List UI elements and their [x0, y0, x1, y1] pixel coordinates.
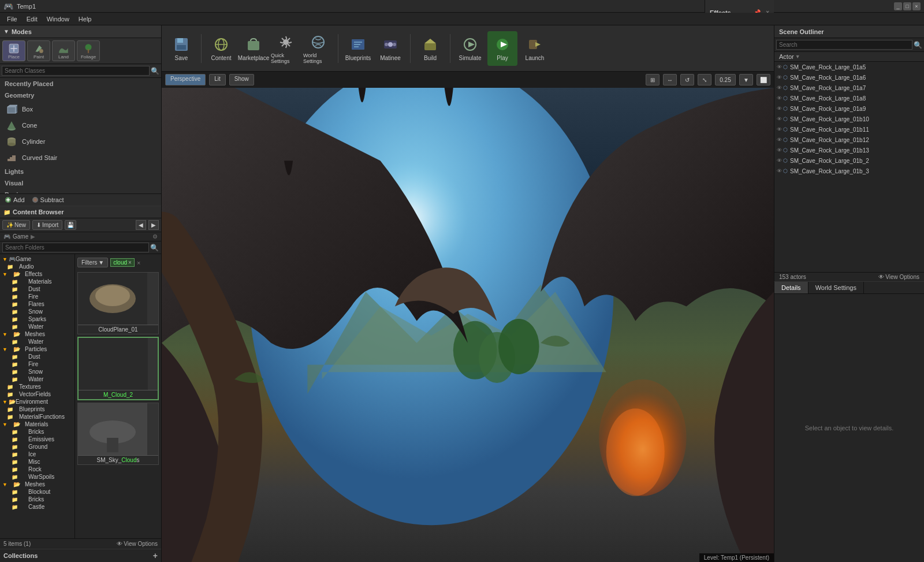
folder-warspoils[interactable]: 📁WarSpoils	[0, 473, 74, 481]
details-tab-details[interactable]: Details	[774, 282, 808, 293]
folder-meshes-game[interactable]: ▼📂Meshes	[0, 330, 74, 338]
folder-fire-eff[interactable]: 📁Fire	[0, 293, 74, 300]
lit-button[interactable]: Lit	[209, 74, 226, 85]
perspective-button[interactable]: Perspective	[165, 74, 206, 85]
details-tab-world-settings[interactable]: World Settings	[808, 282, 864, 293]
folder-snow-eff[interactable]: 📁Snow	[0, 308, 74, 315]
folder-bricks-mat[interactable]: 📁Bricks	[0, 428, 74, 436]
outliner-item-4[interactable]: 👁 ⬡ SM_Cave_Rock_Large_01a9	[774, 103, 924, 114]
simulate-button[interactable]: Simulate	[455, 31, 485, 66]
viewport-icon-btn-3[interactable]: ↺	[680, 74, 694, 85]
placement-cylinder[interactable]: Cylinder	[0, 133, 161, 150]
build-button[interactable]: Build	[415, 31, 445, 66]
menu-file[interactable]: File	[2, 13, 22, 25]
asset-cloudplane[interactable]: CloudPlane_01	[77, 272, 159, 334]
visual-label[interactable]: Visual	[0, 177, 161, 189]
view-options[interactable]: 👁 View Options	[117, 541, 158, 547]
folder-flares[interactable]: 📁Flares	[0, 300, 74, 308]
save-all-button[interactable]: 💾	[65, 220, 76, 230]
folder-game[interactable]: ▼🎮Game	[0, 255, 74, 263]
outliner-search-input[interactable]	[776, 40, 912, 50]
outliner-view-options[interactable]: 👁 View Options	[878, 274, 919, 280]
menu-window[interactable]: Window	[42, 13, 74, 25]
collections-add-button[interactable]: +	[153, 551, 158, 560]
matinee-button[interactable]: Matinee	[375, 31, 405, 66]
menu-edit[interactable]: Edit	[22, 13, 42, 25]
search-tag-cloud[interactable]: cloud ×	[110, 258, 135, 267]
actor-filter-label[interactable]: Actor	[779, 53, 794, 60]
folders-search-input[interactable]	[2, 243, 149, 252]
window-controls[interactable]: _ □ ×	[894, 2, 921, 10]
asset-mcloud2[interactable]: M_Cloud_2	[77, 337, 159, 400]
folder-water-par[interactable]: 📁Water	[0, 375, 74, 383]
outliner-item-5[interactable]: 👁 ⬡ SM_Cave_Rock_Large_01b10	[774, 114, 924, 124]
mode-landscape[interactable]: Land	[52, 40, 75, 61]
minimize-button[interactable]: _	[894, 2, 902, 10]
viewport-icon-btn-2[interactable]: ↔	[663, 74, 677, 85]
cb-options-btn[interactable]: ⚙	[152, 233, 158, 240]
subtract-button[interactable]: Subtract	[32, 196, 64, 203]
folder-snow-par[interactable]: 📁Snow	[0, 368, 74, 375]
folder-blockout[interactable]: 📁Blockout	[0, 488, 74, 496]
asset-smskyclouds[interactable]: SM_Sky_Clouds	[77, 403, 159, 465]
folder-materialfunctions[interactable]: 📁MaterialFunctions	[0, 413, 74, 420]
add-button[interactable]: Add	[5, 196, 25, 203]
folder-vectorfields[interactable]: 📁VectorFields	[0, 390, 74, 398]
folder-environment[interactable]: ▼📂Environment	[0, 398, 74, 405]
outliner-item-1[interactable]: 👁 ⬡ SM_Cave_Rock_Large_01a6	[774, 72, 924, 83]
folder-fire-par[interactable]: 📁Fire	[0, 360, 74, 368]
outliner-item-8[interactable]: 👁 ⬡ SM_Cave_Rock_Large_01b13	[774, 145, 924, 155]
placement-box[interactable]: Box	[0, 101, 161, 117]
placement-cone[interactable]: Cone	[0, 117, 161, 133]
viewport-icon-btn-5[interactable]: 0.25	[715, 74, 736, 85]
maximize-button[interactable]: □	[903, 2, 911, 10]
outliner-item-0[interactable]: 👁 ⬡ SM_Cave_Rock_Large_01a5	[774, 62, 924, 72]
folder-particles[interactable]: ▼📂Particles	[0, 345, 74, 353]
folder-ice[interactable]: 📁Ice	[0, 451, 74, 458]
outliner-item-9[interactable]: 👁 ⬡ SM_Cave_Rock_Large_01b_2	[774, 155, 924, 166]
launch-button[interactable]: Launch	[520, 31, 550, 66]
folder-water-eff[interactable]: 📁Water	[0, 323, 74, 330]
cb-nav-back[interactable]: ◀	[136, 220, 146, 230]
world-settings-button[interactable]: World Settings	[303, 31, 333, 66]
folder-water-mesh[interactable]: 📁Water	[0, 338, 74, 345]
folder-materials-env[interactable]: ▼📂Materials	[0, 420, 74, 428]
folder-blueprints-env[interactable]: 📁Blueprints	[0, 405, 74, 413]
cb-nav-forward[interactable]: ▶	[148, 220, 159, 230]
filters-button[interactable]: Filters ▼	[77, 258, 108, 267]
import-button[interactable]: ⬇ Import	[32, 220, 62, 230]
folder-ground[interactable]: 📁Ground	[0, 443, 74, 451]
folder-meshes-env[interactable]: ▼📂Meshes	[0, 481, 74, 488]
recently-placed-label[interactable]: Recently Placed	[0, 78, 161, 90]
menu-help[interactable]: Help	[74, 13, 96, 25]
folder-sparks[interactable]: 📁Sparks	[0, 315, 74, 323]
viewport-icon-btn-6[interactable]: ▼	[739, 74, 753, 85]
save-button[interactable]: Save	[166, 31, 196, 66]
folder-effects[interactable]: ▼📂Effects	[0, 270, 74, 278]
folder-misc[interactable]: 📁Misc	[0, 458, 74, 466]
outliner-item-7[interactable]: 👁 ⬡ SM_Cave_Rock_Large_01b12	[774, 135, 924, 145]
geometry-label[interactable]: Geometry	[0, 90, 161, 101]
folder-dust-eff[interactable]: 📁Dust	[0, 285, 74, 293]
marketplace-button[interactable]: Marketplace	[239, 31, 269, 66]
content-button[interactable]: Content	[206, 31, 236, 66]
new-button[interactable]: ✨ New	[2, 220, 30, 230]
viewport-icon-btn-4[interactable]: ⤡	[698, 74, 711, 85]
viewport-icon-btn-1[interactable]: ⊞	[646, 74, 660, 85]
outliner-item-6[interactable]: 👁 ⬡ SM_Cave_Rock_Large_01b11	[774, 124, 924, 135]
viewport-maximize[interactable]: ⬜	[757, 74, 770, 85]
play-button[interactable]: Play	[487, 31, 517, 66]
search-clear-icon[interactable]: ×	[137, 259, 140, 266]
quick-settings-button[interactable]: Quick Settings	[271, 31, 301, 66]
cb-path-game[interactable]: Game	[13, 233, 28, 240]
folder-materials-eff[interactable]: 📁Materials	[0, 278, 74, 285]
placement-curved-stair[interactable]: Curved Stair	[0, 150, 161, 166]
close-button[interactable]: ×	[912, 2, 921, 10]
outliner-item-3[interactable]: 👁 ⬡ SM_Cave_Rock_Large_01a8	[774, 93, 924, 103]
search-classes-input[interactable]	[2, 66, 150, 76]
folder-audio[interactable]: 📁Audio	[0, 263, 74, 270]
folder-emissives[interactable]: 📁Emissives	[0, 436, 74, 443]
show-button[interactable]: Show	[229, 74, 254, 85]
folder-rock[interactable]: 📁Rock	[0, 466, 74, 473]
search-tag-close[interactable]: ×	[128, 259, 132, 266]
